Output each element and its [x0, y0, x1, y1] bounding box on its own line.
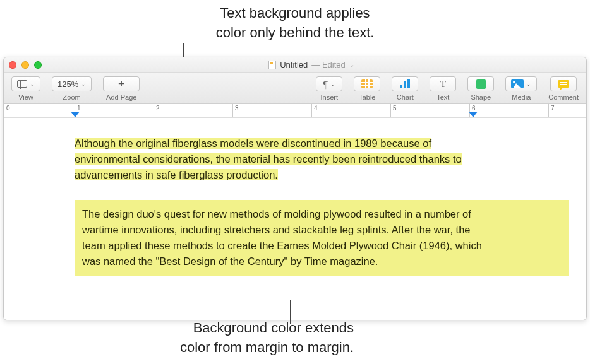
callout-bottom-line1: Background color extends: [101, 319, 354, 338]
ruler-unit: 3: [232, 104, 239, 118]
paragraph-text-bg[interactable]: Although the original fiberglass models …: [75, 136, 491, 182]
chevron-down-icon: ⌄: [30, 81, 35, 87]
comment-label: Comment: [548, 93, 579, 101]
tool-text: T Text: [430, 76, 456, 101]
view-button[interactable]: ⌄: [11, 76, 40, 91]
view-label: View: [18, 93, 33, 101]
close-icon[interactable]: [9, 61, 16, 69]
callout-bottom: Background color extends color from marg…: [101, 319, 354, 358]
ruler-unit: 7: [548, 104, 555, 118]
media-label: Media: [512, 93, 531, 101]
paragraph-full-bg[interactable]: The design duo's quest for new methods o…: [75, 200, 569, 276]
tool-add-page: + Add Page: [103, 76, 140, 101]
tool-media: ⌄ Media: [505, 76, 537, 101]
titlebar: Untitled — Edited ⌄: [4, 57, 586, 73]
chevron-down-icon: ⌄: [349, 61, 354, 68]
callout-bottom-line2: color from margin to margin.: [101, 338, 354, 358]
media-icon: [511, 79, 524, 88]
add-page-label: Add Page: [106, 93, 136, 101]
tool-chart: Chart: [392, 76, 418, 101]
tool-comment: Comment: [548, 76, 579, 101]
paragraph-text-bg-content: Although the original fiberglass models …: [75, 138, 462, 180]
shape-icon: [476, 79, 486, 89]
document-status: — Edited: [311, 60, 345, 69]
chevron-down-icon: ⌄: [330, 81, 335, 87]
chart-label: Chart: [397, 93, 414, 101]
zoom-button[interactable]: 125% ⌄: [52, 76, 92, 91]
document-area[interactable]: Although the original fiberglass models …: [4, 118, 586, 320]
ruler-unit: 0: [4, 104, 10, 118]
chart-icon: [400, 79, 410, 88]
sidebar-icon: [17, 80, 27, 88]
tool-view: ⌄ View: [11, 76, 40, 101]
document-name: Untitled: [280, 60, 308, 69]
tool-insert: ¶ ⌄ Insert: [316, 76, 342, 101]
document-icon: [268, 61, 276, 69]
chart-button[interactable]: [392, 76, 418, 91]
paragraph-full-bg-content: The design duo's quest for new methods o…: [82, 206, 486, 269]
ruler-unit: 2: [154, 104, 160, 118]
window-title[interactable]: Untitled — Edited ⌄: [42, 60, 581, 69]
shape-label: Shape: [471, 93, 491, 101]
ruler[interactable]: 0 1 2 3 4 5 6 7: [4, 104, 586, 118]
table-button[interactable]: [354, 76, 380, 91]
insert-label: Insert: [321, 93, 339, 101]
chevron-down-icon: ⌄: [81, 81, 86, 87]
ruler-unit: 4: [311, 104, 318, 118]
text-button[interactable]: T: [430, 76, 456, 91]
callout-top-line2: color only behind the text.: [0, 23, 590, 43]
shape-button[interactable]: [467, 76, 494, 91]
tool-zoom: 125% ⌄ Zoom: [52, 76, 92, 101]
table-label: Table: [359, 93, 375, 101]
callout-top: Text background applies color only behin…: [0, 0, 590, 48]
left-margin-marker-icon[interactable]: [71, 112, 80, 117]
chevron-down-icon: ⌄: [526, 81, 531, 87]
comment-button[interactable]: [550, 76, 577, 91]
minimize-icon[interactable]: [21, 61, 29, 69]
table-icon: [361, 79, 373, 88]
app-window: Untitled — Edited ⌄ ⌄ View 125% ⌄ Zoom +…: [3, 57, 587, 320]
traffic-lights: [9, 61, 42, 69]
tool-shape: Shape: [467, 76, 494, 101]
right-margin-marker-icon[interactable]: [469, 112, 478, 117]
toolbar: ⌄ View 125% ⌄ Zoom + Add Page ¶ ⌄ Insert: [4, 73, 586, 104]
add-page-button[interactable]: +: [103, 76, 140, 91]
ruler-unit: 5: [390, 104, 397, 118]
text-icon: T: [440, 79, 446, 90]
plus-icon: +: [118, 78, 125, 90]
zoom-window-icon[interactable]: [34, 61, 42, 69]
tool-table: Table: [354, 76, 380, 101]
zoom-value: 125%: [57, 79, 78, 89]
text-label: Text: [436, 93, 449, 101]
zoom-label: Zoom: [63, 93, 81, 101]
insert-button[interactable]: ¶ ⌄: [316, 76, 342, 91]
media-button[interactable]: ⌄: [505, 76, 537, 91]
pilcrow-icon: ¶: [323, 79, 328, 90]
comment-icon: [558, 80, 569, 88]
callout-top-line1: Text background applies: [0, 4, 590, 23]
